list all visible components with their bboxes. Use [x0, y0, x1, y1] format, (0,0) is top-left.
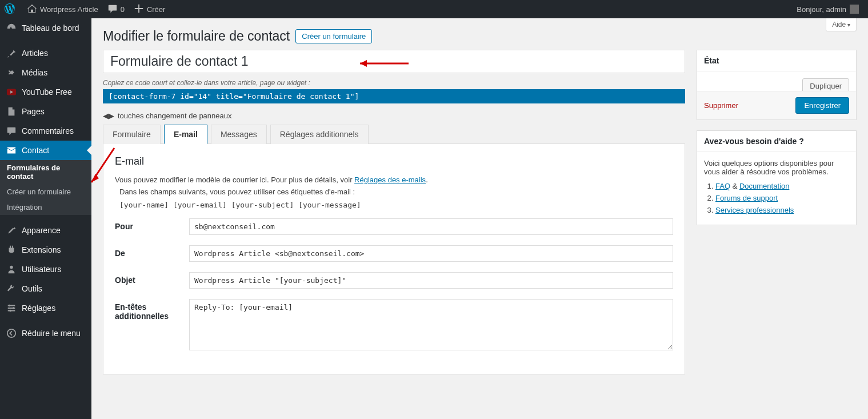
admin-bar: Wordpress Article 0 Créer Bonjour, admin — [0, 0, 868, 18]
email-desc1: Vous pouvez modifier le modèle de courri… — [115, 175, 673, 184]
forums-link[interactable]: Forums de support — [715, 194, 778, 202]
sidebar-label: Médias — [22, 68, 47, 77]
left-right-icon: ◀▶ — [103, 111, 114, 120]
sidebar-item-youtube[interactable]: YouTube Free — [0, 82, 91, 102]
help-title: Avez-vous besoin d'aide ? — [697, 131, 856, 152]
sidebar-sub-forms[interactable]: Formulaires de contact — [0, 160, 91, 184]
home-link[interactable]: Wordpress Article — [22, 0, 103, 18]
sidebar-item-plugins[interactable]: Extensions — [0, 240, 91, 260]
tab-email[interactable]: E-mail — [164, 125, 207, 144]
docs-link[interactable]: Documentation — [739, 182, 789, 190]
svg-point-4 — [13, 307, 15, 309]
shortcode-box[interactable]: [contact-form-7 id="14" title="Formulair… — [103, 89, 685, 103]
collapse-icon — [6, 328, 17, 338]
label-from: De — [115, 245, 189, 262]
sidebar-item-media[interactable]: Médias — [0, 63, 91, 82]
save-button[interactable]: Enregistrer — [795, 97, 849, 114]
tab-messages[interactable]: Messages — [211, 125, 267, 144]
label-headers: En-têtes additionnelles — [115, 299, 189, 352]
svg-point-5 — [9, 310, 11, 312]
status-actions: Supprimer Enregistrer — [697, 91, 856, 119]
sidebar-item-users[interactable]: Utilisateurs — [0, 260, 91, 279]
sidebar-label: Articles — [22, 49, 48, 58]
tab-additional[interactable]: Réglages additionnels — [270, 125, 369, 144]
sidebar-item-dashboard[interactable]: Tableau de bord — [0, 18, 91, 38]
sidebar-label: YouTube Free — [22, 87, 72, 97]
sidebar-label: Tableau de bord — [22, 23, 79, 33]
help-postbox: Avez-vous besoin d'aide ? Voici quelques… — [697, 130, 857, 225]
home-icon — [27, 3, 37, 15]
new-link[interactable]: Créer — [129, 0, 170, 18]
delete-link[interactable]: Supprimer — [704, 101, 738, 110]
main-content: Aide Modifier le formulaire de contact C… — [91, 18, 868, 386]
plus-icon — [134, 3, 144, 15]
sidebar-label: Outils — [22, 284, 42, 293]
comments-link[interactable]: 0 — [103, 0, 129, 18]
sidebar-submenu: Formulaires de contact Créer un formulai… — [0, 160, 91, 215]
svg-point-3 — [9, 305, 11, 307]
email-settings-link[interactable]: Réglages des e-mails — [354, 175, 426, 184]
sidebar-item-appearance[interactable]: Apparence — [0, 221, 91, 240]
tab-form[interactable]: Formulaire — [103, 125, 161, 144]
admin-bar-left: Wordpress Article 0 Créer — [0, 0, 170, 18]
services-link[interactable]: Services professionnels — [715, 206, 794, 214]
row-headers: En-têtes additionnelles — [115, 299, 673, 352]
pin-icon — [6, 48, 17, 58]
row-to: Pour — [115, 218, 673, 235]
comments-count: 0 — [121, 5, 125, 14]
mail-icon — [6, 145, 17, 155]
sidebar-label: Extensions — [22, 245, 61, 254]
help-tab-button[interactable]: Aide — [826, 18, 857, 31]
input-to[interactable] — [189, 218, 673, 235]
columns: Copiez ce code court et collez-le dans v… — [103, 50, 857, 374]
input-subject[interactable] — [189, 272, 673, 289]
sidebar-collapse[interactable]: Réduire le menu — [0, 324, 91, 343]
sidebar-sub-integration[interactable]: Intégration — [0, 199, 91, 215]
media-icon — [6, 67, 17, 78]
email-heading: E-mail — [115, 155, 673, 167]
status-postbox: État Dupliquer Supprimer Enregistrer — [697, 50, 857, 120]
comment-icon — [107, 3, 118, 15]
email-desc1-text: Vous pouvez modifier le modèle de courri… — [115, 175, 354, 184]
sidebar-label: Pages — [22, 107, 45, 116]
sidebar-item-posts[interactable]: Articles — [0, 43, 91, 63]
form-title-input[interactable] — [103, 50, 685, 73]
svg-point-2 — [10, 266, 13, 269]
help-intro: Voici quelques options disponibles pour … — [704, 159, 849, 176]
create-label: Créer — [147, 5, 166, 14]
user-greeting[interactable]: Bonjour, admin — [792, 0, 863, 18]
brush-icon — [6, 225, 17, 236]
admin-sidebar: Tableau de bord Articles Médias YouTube … — [0, 18, 91, 386]
sidebar-item-tools[interactable]: Outils — [0, 279, 91, 298]
email-desc2: Dans les champs suivants, vous pouvez ut… — [115, 187, 673, 196]
user-icon — [6, 264, 17, 274]
comment-icon — [6, 126, 17, 136]
and-text: & — [730, 182, 739, 190]
duplicate-button[interactable]: Dupliquer — [802, 78, 849, 91]
svg-point-0 — [10, 71, 13, 74]
sidebar-label: Contact — [22, 146, 49, 155]
faq-link[interactable]: FAQ — [715, 182, 730, 190]
help-item-2: Forums de support — [715, 194, 849, 202]
textarea-headers[interactable] — [189, 299, 673, 350]
sidebar-item-contact[interactable]: Contact — [0, 141, 91, 160]
status-inside: Dupliquer — [697, 71, 856, 91]
sidebar-label: Réduire le menu — [22, 329, 81, 338]
wordpress-icon — [5, 3, 15, 15]
label-subject: Objet — [115, 272, 189, 289]
panel-switch: ◀▶ touches changement de panneaux — [103, 111, 685, 120]
sidebar-item-comments[interactable]: Commentaires — [0, 121, 91, 141]
sidebar-item-settings[interactable]: Réglages — [0, 298, 91, 318]
input-from[interactable] — [189, 245, 673, 262]
add-new-button[interactable]: Créer un formulaire — [295, 29, 372, 43]
label-to: Pour — [115, 218, 189, 235]
wp-logo[interactable] — [0, 0, 22, 18]
youtube-icon — [6, 87, 17, 97]
row-subject: Objet — [115, 272, 673, 289]
col-main: Copiez ce code court et collez-le dans v… — [103, 50, 685, 374]
sidebar-sub-create[interactable]: Créer un formulaire — [0, 184, 91, 199]
sidebar-label: Réglages — [22, 304, 55, 313]
sidebar-item-pages[interactable]: Pages — [0, 102, 91, 121]
help-item-1: FAQ & Documentation — [715, 182, 849, 190]
admin-bar-right: Bonjour, admin — [792, 0, 863, 18]
